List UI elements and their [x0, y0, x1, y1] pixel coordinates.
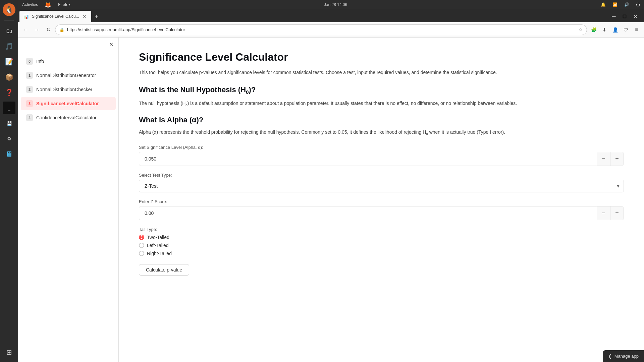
main-area: ✕ 0 Info 1 NormalDistributionGenerator 2… — [18, 38, 644, 362]
page-title: Significance Level Calculator — [139, 51, 624, 63]
radio-right-tailed-label: Right-Tailed — [147, 251, 172, 256]
menu-button[interactable]: ≡ — [632, 25, 641, 35]
sidebar-item-num-4: 4 — [26, 114, 33, 121]
radio-left-tailed-label: Left-Tailed — [147, 243, 169, 248]
help-icon[interactable]: ❓ — [3, 86, 15, 99]
firefox-label: Firefox — [58, 2, 70, 7]
ssd-icon[interactable]: 💾 — [3, 117, 15, 130]
select-chevron-icon: ▾ — [613, 183, 624, 189]
radio-two-tailed-circle — [139, 235, 144, 240]
sidebar-item-label-significancecalc: SignificanceLevelCalculator — [36, 101, 99, 106]
titlebar-date: Jan 28 14:06 — [324, 2, 347, 7]
taskbar-separator — [4, 20, 14, 20]
vscode-icon[interactable]: 🖥 — [3, 148, 15, 161]
address-bar: ← → ↻ 🔒 https://statisticsapp.streamlit.… — [18, 22, 644, 38]
system-bell-icon[interactable]: 🔔 — [601, 2, 606, 7]
tab-bar: 📊 Significance Level Calcu... ✕ + ─ □ ✕ — [18, 9, 644, 22]
files-icon[interactable]: 🗂 — [3, 24, 15, 37]
profile-button[interactable]: 👤 — [610, 25, 620, 35]
reload-button[interactable]: ↻ — [44, 25, 53, 35]
sidebar-item-normalchecker[interactable]: 2 NormalDistributionChecker — [21, 83, 116, 96]
zscore-decrement-button[interactable]: − — [597, 206, 610, 220]
manage-app-panel[interactable]: ❮ Manage app — [603, 350, 644, 362]
tab-close-button[interactable]: ✕ — [82, 13, 87, 20]
sidebar-item-num-2: 2 — [26, 86, 33, 93]
window-minimize-button[interactable]: ─ — [609, 12, 619, 21]
new-tab-button[interactable]: + — [91, 11, 102, 22]
sidebar-nav: 0 Info 1 NormalDistributionGenerator 2 N… — [18, 51, 118, 128]
radio-left-tailed[interactable]: Left-Tailed — [139, 243, 624, 248]
radio-left-tailed-circle — [139, 243, 144, 248]
system-volume-icon[interactable]: 🔊 — [624, 2, 629, 7]
terminal-icon[interactable]: _ — [3, 102, 15, 114]
tab-title: Significance Level Calcu... — [32, 14, 79, 19]
browser-tab-active[interactable]: 📊 Significance Level Calcu... ✕ — [19, 11, 91, 22]
test-type-label: Select Test Type: — [139, 173, 624, 178]
sidebar-close-button[interactable]: ✕ — [107, 40, 115, 48]
browser-window: Activities 🦊 Firefox Jan 28 14:06 🔔 📶 🔊 … — [18, 0, 644, 362]
sidebar-item-label-info: Info — [36, 59, 44, 64]
sidebar-item-label-confidencecalc: ConfidenceIntervalCalculator — [36, 115, 97, 120]
alpha-increment-button[interactable]: + — [610, 152, 624, 166]
alpha-decrement-button[interactable]: − — [597, 152, 610, 166]
sidebar: ✕ 0 Info 1 NormalDistributionGenerator 2… — [18, 38, 119, 362]
manage-app-chevron-icon: ❮ — [608, 354, 612, 359]
tab-favicon: 📊 — [23, 14, 29, 19]
system-power-icon[interactable]: ⏻ — [636, 2, 640, 7]
notes-icon[interactable]: 📝 — [3, 55, 15, 68]
forward-button[interactable]: → — [32, 25, 42, 35]
lock-icon: 🔒 — [59, 27, 64, 32]
address-bar-actions: 🧩 ⬇ 👤 🛡 ≡ — [589, 25, 641, 35]
radio-two-tailed[interactable]: Two-Tailed — [139, 235, 624, 240]
activities-label[interactable]: Activities — [22, 2, 38, 7]
alpha-label: Set Significance Level (Alpha, α): — [139, 145, 624, 150]
sidebar-item-num-1: 1 — [26, 72, 33, 79]
sidebar-item-confidencecalc[interactable]: 4 ConfidenceIntervalCalculator — [21, 111, 116, 124]
sidebar-item-significancecalc[interactable]: 3 SignificanceLevelCalculator — [21, 97, 116, 110]
ubuntu-icon[interactable]: 🐧 — [3, 3, 15, 16]
test-type-select-row: Z-Test T-Test Chi-Square Test F-Test ▾ — [139, 180, 624, 192]
zscore-increment-button[interactable]: + — [610, 206, 624, 220]
tail-type-group: Tail Type: Two-Tailed Left-Tailed Right-… — [139, 227, 624, 256]
null-hypothesis-heading: What is the Null Hypothesis (H0)? — [139, 85, 624, 95]
zscore-input-row: − + — [139, 206, 624, 220]
activities-bar: Activities 🦊 Firefox Jan 28 14:06 🔔 📶 🔊 … — [18, 0, 644, 9]
music-icon[interactable]: 🎵 — [3, 40, 15, 53]
alpha-heading: What is Alpha (α)? — [139, 116, 624, 124]
alpha-input-row: − + — [139, 152, 624, 166]
sidebar-item-info[interactable]: 0 Info — [21, 55, 116, 68]
page-intro: This tool helps you calculate p-values a… — [139, 69, 624, 76]
sidebar-item-label-normalchecker: NormalDistributionChecker — [36, 87, 92, 92]
linux-taskbar: 🐧 🗂 🎵 📝 📦 ❓ _ 💾 ♻ 🖥 ⊞ — [0, 0, 18, 362]
system-network-icon[interactable]: 📶 — [612, 2, 618, 7]
apps-grid-icon[interactable]: ⊞ — [3, 346, 15, 359]
extensions-button[interactable]: 🧩 — [589, 25, 598, 35]
sidebar-item-num-0: 0 — [26, 58, 33, 65]
window-close-button[interactable]: ✕ — [631, 12, 640, 21]
download-button[interactable]: ⬇ — [600, 25, 609, 35]
test-type-select[interactable]: Z-Test T-Test Chi-Square Test F-Test — [139, 180, 613, 192]
null-hypothesis-text: The null hypothesis (H0) is a default as… — [139, 100, 624, 108]
bookmark-star-icon[interactable]: ☆ — [579, 27, 583, 32]
radio-right-tailed-circle — [139, 251, 144, 256]
manage-app-label: Manage app — [614, 354, 639, 359]
window-maximize-button[interactable]: □ — [620, 12, 629, 21]
radio-two-tailed-label: Two-Tailed — [147, 235, 169, 240]
content-area: Significance Level Calculator This tool … — [119, 38, 644, 362]
alpha-input[interactable] — [139, 153, 597, 165]
tail-type-label: Tail Type: — [139, 227, 624, 232]
firefox-icon: 🦊 — [45, 2, 51, 8]
calculate-pvalue-button[interactable]: Calculate p-value — [139, 264, 189, 276]
sidebar-header: ✕ — [18, 38, 118, 51]
zscore-input[interactable] — [139, 207, 597, 219]
software-center-icon[interactable]: 📦 — [3, 71, 15, 83]
url-bar[interactable]: 🔒 https://statisticsapp.streamlit.app/Si… — [55, 24, 587, 35]
sidebar-item-normalgenerator[interactable]: 1 NormalDistributionGenerator — [21, 69, 116, 82]
radio-right-tailed[interactable]: Right-Tailed — [139, 251, 624, 256]
alpha-text: Alpha (α) represents the threshold proba… — [139, 128, 624, 136]
addons-button[interactable]: 🛡 — [621, 25, 631, 35]
zscore-label: Enter Z-Score: — [139, 199, 624, 204]
recycle-icon[interactable]: ♻ — [3, 132, 15, 145]
sidebar-item-label-normalgenerator: NormalDistributionGenerator — [36, 73, 96, 78]
back-button[interactable]: ← — [21, 25, 30, 35]
